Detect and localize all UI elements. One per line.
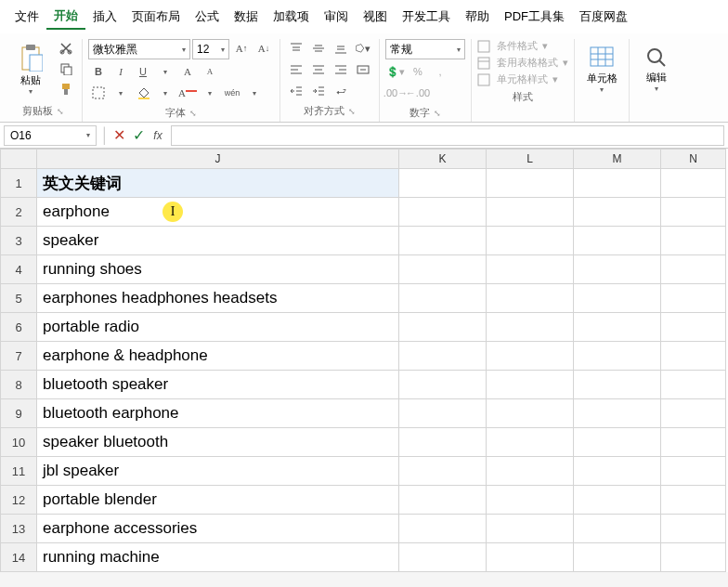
- column-header-J[interactable]: J: [37, 149, 399, 169]
- select-all-corner[interactable]: [0, 149, 37, 169]
- cells-button[interactable]: 单元格▾: [580, 39, 623, 100]
- cell-J3[interactable]: speaker: [37, 227, 399, 255]
- cell-N2[interactable]: [661, 198, 726, 227]
- menu-开始[interactable]: 开始: [46, 4, 85, 30]
- fx-button[interactable]: fx: [149, 129, 167, 142]
- cell-N3[interactable]: [661, 227, 726, 255]
- cell-K6[interactable]: [399, 313, 487, 342]
- currency-button[interactable]: 💲▾: [385, 62, 406, 81]
- menu-开发工具[interactable]: 开发工具: [395, 5, 458, 29]
- cut-button[interactable]: [56, 39, 76, 58]
- cell-N7[interactable]: [661, 342, 726, 371]
- row-header-13[interactable]: 13: [0, 515, 37, 543]
- row-header-11[interactable]: 11: [0, 457, 37, 486]
- number-launcher[interactable]: ⤡: [434, 109, 441, 118]
- comma-button[interactable]: ,: [430, 62, 450, 81]
- cell-M7[interactable]: [574, 342, 661, 371]
- underline-button[interactable]: U: [133, 62, 153, 81]
- editing-button[interactable]: 编辑▾: [635, 39, 678, 100]
- align-left-button[interactable]: [286, 60, 306, 79]
- cell-K4[interactable]: [399, 255, 487, 284]
- increase-indent-button[interactable]: [308, 82, 329, 100]
- cell-M13[interactable]: [574, 515, 661, 543]
- increase-font-button[interactable]: A↑: [231, 39, 252, 58]
- italic-button[interactable]: I: [110, 62, 131, 81]
- name-box[interactable]: O16▾: [4, 125, 97, 146]
- font-color-dropdown[interactable]: ▾: [200, 84, 220, 102]
- cell-N8[interactable]: [661, 371, 726, 399]
- cell-M1[interactable]: [574, 169, 661, 198]
- border-dropdown[interactable]: ▾: [110, 84, 131, 102]
- cell-L14[interactable]: [487, 543, 574, 572]
- cell-L3[interactable]: [487, 227, 574, 255]
- cell-L7[interactable]: [487, 342, 574, 371]
- column-header-M[interactable]: M: [574, 149, 661, 169]
- cell-N14[interactable]: [661, 543, 726, 572]
- cell-style-button[interactable]: 单元格样式 ▾: [477, 72, 568, 86]
- menu-视图[interactable]: 视图: [356, 5, 395, 29]
- menu-审阅[interactable]: 审阅: [317, 5, 356, 29]
- conditional-format-button[interactable]: 条件格式 ▾: [477, 39, 568, 53]
- row-header-2[interactable]: 2: [0, 198, 37, 227]
- cell-L2[interactable]: [487, 198, 574, 227]
- cell-L1[interactable]: [487, 169, 574, 198]
- border-button[interactable]: [88, 84, 109, 102]
- cell-L4[interactable]: [487, 255, 574, 284]
- cell-J7[interactable]: earphone & headphone: [37, 342, 399, 371]
- cell-K2[interactable]: [399, 198, 487, 227]
- percent-button[interactable]: %: [408, 62, 428, 81]
- phonetic-dropdown[interactable]: ▾: [244, 84, 265, 102]
- row-header-14[interactable]: 14: [0, 543, 37, 572]
- cell-L9[interactable]: [487, 399, 574, 428]
- clipboard-launcher[interactable]: ⤡: [57, 107, 64, 116]
- row-header-4[interactable]: 4: [0, 255, 37, 284]
- cell-L13[interactable]: [487, 515, 574, 543]
- phonetic-button[interactable]: wén: [222, 84, 242, 102]
- menu-页面布局[interactable]: 页面布局: [124, 5, 188, 29]
- font-size-select[interactable]: 12▾: [192, 39, 229, 59]
- cell-J6[interactable]: portable radio: [37, 313, 399, 342]
- increase-decimal-button[interactable]: .00→: [385, 84, 406, 102]
- font-shrink-button[interactable]: A: [200, 62, 220, 81]
- row-header-1[interactable]: 1: [0, 169, 37, 198]
- merge-button[interactable]: [353, 60, 373, 79]
- cell-J10[interactable]: speaker bluetooth: [37, 428, 399, 457]
- cell-K8[interactable]: [399, 371, 487, 399]
- cell-L8[interactable]: [487, 371, 574, 399]
- row-header-9[interactable]: 9: [0, 399, 37, 428]
- cell-M3[interactable]: [574, 227, 661, 255]
- cell-K5[interactable]: [399, 284, 487, 313]
- decrease-decimal-button[interactable]: ←.00: [408, 84, 428, 102]
- cell-K3[interactable]: [399, 227, 487, 255]
- menu-公式[interactable]: 公式: [188, 5, 227, 29]
- cell-N5[interactable]: [661, 284, 726, 313]
- row-header-10[interactable]: 10: [0, 428, 37, 457]
- cell-L11[interactable]: [487, 457, 574, 486]
- cell-L12[interactable]: [487, 486, 574, 515]
- row-header-3[interactable]: 3: [0, 227, 37, 255]
- cell-M6[interactable]: [574, 313, 661, 342]
- cell-N6[interactable]: [661, 313, 726, 342]
- column-header-L[interactable]: L: [487, 149, 574, 169]
- cell-K9[interactable]: [399, 399, 487, 428]
- confirm-button[interactable]: ✓: [129, 126, 149, 144]
- cell-N9[interactable]: [661, 399, 726, 428]
- cell-N12[interactable]: [661, 486, 726, 515]
- menu-数据[interactable]: 数据: [227, 5, 266, 29]
- cell-J5[interactable]: earphones headphones headsets: [37, 284, 399, 313]
- cell-J9[interactable]: bluetooth earphone: [37, 399, 399, 428]
- cell-J2[interactable]: earphoneI: [37, 198, 399, 227]
- align-top-button[interactable]: [286, 39, 306, 58]
- row-header-12[interactable]: 12: [0, 486, 37, 515]
- cell-K10[interactable]: [399, 428, 487, 457]
- copy-button[interactable]: [56, 59, 76, 78]
- cell-J1[interactable]: 英文关键词: [37, 169, 399, 198]
- cell-M2[interactable]: [574, 198, 661, 227]
- cell-M14[interactable]: [574, 543, 661, 572]
- cell-N10[interactable]: [661, 428, 726, 457]
- cell-L6[interactable]: [487, 313, 574, 342]
- column-header-N[interactable]: N: [661, 149, 726, 169]
- align-center-button[interactable]: [308, 60, 329, 79]
- menu-加载项[interactable]: 加载项: [266, 5, 317, 29]
- cell-K12[interactable]: [399, 486, 487, 515]
